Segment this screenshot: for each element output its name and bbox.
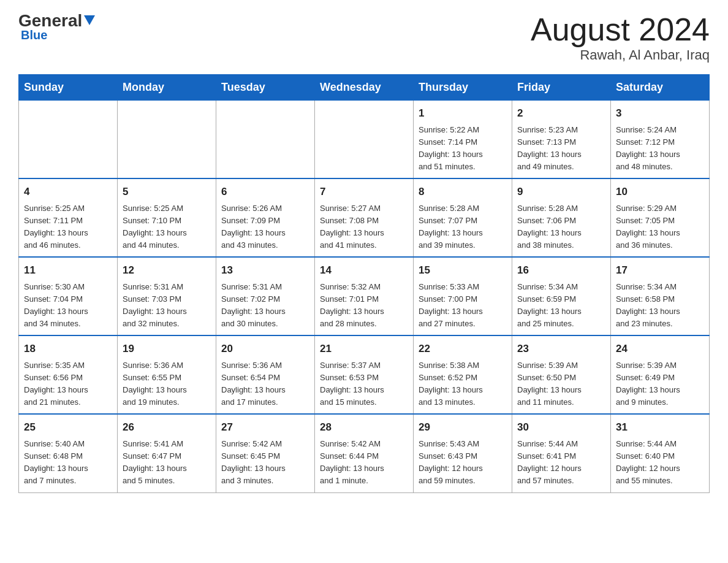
day-info: Sunrise: 5:25 AM Sunset: 7:10 PM Dayligh… — [123, 202, 211, 252]
day-number: 8 — [419, 184, 507, 200]
calendar-week-row-2: 4Sunrise: 5:25 AM Sunset: 7:11 PM Daylig… — [19, 178, 710, 257]
day-number: 6 — [221, 184, 309, 200]
svg-marker-0 — [84, 15, 95, 25]
calendar-cell: 18Sunrise: 5:35 AM Sunset: 6:56 PM Dayli… — [19, 335, 118, 414]
col-monday: Monday — [118, 75, 216, 101]
calendar-cell: 31Sunrise: 5:44 AM Sunset: 6:40 PM Dayli… — [611, 414, 710, 492]
day-info: Sunrise: 5:44 AM Sunset: 6:41 PM Dayligh… — [517, 438, 605, 488]
day-info: Sunrise: 5:38 AM Sunset: 6:52 PM Dayligh… — [419, 359, 507, 409]
col-tuesday: Tuesday — [216, 75, 315, 101]
day-info: Sunrise: 5:42 AM Sunset: 6:45 PM Dayligh… — [221, 438, 309, 488]
day-number: 31 — [616, 419, 704, 435]
day-info: Sunrise: 5:39 AM Sunset: 6:49 PM Dayligh… — [616, 359, 704, 409]
calendar-cell: 16Sunrise: 5:34 AM Sunset: 6:59 PM Dayli… — [512, 257, 611, 335]
calendar-cell: 7Sunrise: 5:27 AM Sunset: 7:08 PM Daylig… — [315, 178, 414, 257]
day-info: Sunrise: 5:39 AM Sunset: 6:50 PM Dayligh… — [517, 359, 605, 409]
calendar-cell: 21Sunrise: 5:37 AM Sunset: 6:53 PM Dayli… — [315, 335, 414, 414]
calendar-cell: 10Sunrise: 5:29 AM Sunset: 7:05 PM Dayli… — [611, 178, 710, 257]
calendar-cell: 29Sunrise: 5:43 AM Sunset: 6:43 PM Dayli… — [414, 414, 512, 492]
day-info: Sunrise: 5:22 AM Sunset: 7:14 PM Dayligh… — [419, 124, 507, 174]
calendar-cell: 12Sunrise: 5:31 AM Sunset: 7:03 PM Dayli… — [118, 257, 216, 335]
logo-triangle-icon — [83, 13, 96, 26]
calendar-cell: 19Sunrise: 5:36 AM Sunset: 6:55 PM Dayli… — [118, 335, 216, 414]
day-info: Sunrise: 5:28 AM Sunset: 7:06 PM Dayligh… — [517, 202, 605, 252]
day-info: Sunrise: 5:34 AM Sunset: 6:59 PM Dayligh… — [517, 281, 605, 331]
calendar-cell — [118, 101, 216, 179]
day-number: 11 — [24, 262, 112, 278]
calendar-cell: 5Sunrise: 5:25 AM Sunset: 7:10 PM Daylig… — [118, 178, 216, 257]
calendar-cell: 6Sunrise: 5:26 AM Sunset: 7:09 PM Daylig… — [216, 178, 315, 257]
header: General Blue August 2024 Rawah, Al Anbar… — [18, 12, 710, 63]
day-info: Sunrise: 5:37 AM Sunset: 6:53 PM Dayligh… — [320, 359, 408, 409]
day-number: 13 — [221, 262, 309, 278]
logo-blue: Blue — [21, 28, 47, 42]
calendar-cell: 9Sunrise: 5:28 AM Sunset: 7:06 PM Daylig… — [512, 178, 611, 257]
col-saturday: Saturday — [611, 75, 710, 101]
day-number: 3 — [616, 105, 704, 121]
calendar-cell: 23Sunrise: 5:39 AM Sunset: 6:50 PM Dayli… — [512, 335, 611, 414]
calendar-cell — [19, 101, 118, 179]
calendar-cell: 15Sunrise: 5:33 AM Sunset: 7:00 PM Dayli… — [414, 257, 512, 335]
location-subtitle: Rawah, Al Anbar, Iraq — [531, 47, 710, 63]
day-number: 16 — [517, 262, 605, 278]
day-info: Sunrise: 5:34 AM Sunset: 6:58 PM Dayligh… — [616, 281, 704, 331]
day-number: 19 — [123, 341, 211, 357]
calendar-cell: 28Sunrise: 5:42 AM Sunset: 6:44 PM Dayli… — [315, 414, 414, 492]
calendar-cell: 20Sunrise: 5:36 AM Sunset: 6:54 PM Dayli… — [216, 335, 315, 414]
logo-general: General — [18, 12, 82, 29]
day-number: 22 — [419, 341, 507, 357]
day-info: Sunrise: 5:24 AM Sunset: 7:12 PM Dayligh… — [616, 124, 704, 174]
day-info: Sunrise: 5:33 AM Sunset: 7:00 PM Dayligh… — [419, 281, 507, 331]
calendar-cell: 13Sunrise: 5:31 AM Sunset: 7:02 PM Dayli… — [216, 257, 315, 335]
calendar-cell — [216, 101, 315, 179]
calendar-cell — [315, 101, 414, 179]
day-number: 20 — [221, 341, 309, 357]
day-info: Sunrise: 5:26 AM Sunset: 7:09 PM Dayligh… — [221, 202, 309, 252]
day-number: 7 — [320, 184, 408, 200]
calendar-cell: 14Sunrise: 5:32 AM Sunset: 7:01 PM Dayli… — [315, 257, 414, 335]
day-number: 18 — [24, 341, 112, 357]
day-info: Sunrise: 5:43 AM Sunset: 6:43 PM Dayligh… — [419, 438, 507, 488]
day-info: Sunrise: 5:41 AM Sunset: 6:47 PM Dayligh… — [123, 438, 211, 488]
page: General Blue August 2024 Rawah, Al Anbar… — [0, 0, 728, 505]
day-info: Sunrise: 5:28 AM Sunset: 7:07 PM Dayligh… — [419, 202, 507, 252]
day-number: 1 — [419, 105, 507, 121]
day-info: Sunrise: 5:25 AM Sunset: 7:11 PM Dayligh… — [24, 202, 112, 252]
day-info: Sunrise: 5:29 AM Sunset: 7:05 PM Dayligh… — [616, 202, 704, 252]
day-number: 26 — [123, 419, 211, 435]
calendar-cell: 4Sunrise: 5:25 AM Sunset: 7:11 PM Daylig… — [19, 178, 118, 257]
day-info: Sunrise: 5:36 AM Sunset: 6:54 PM Dayligh… — [221, 359, 309, 409]
col-wednesday: Wednesday — [315, 75, 414, 101]
day-number: 30 — [517, 419, 605, 435]
calendar-week-row-1: 1Sunrise: 5:22 AM Sunset: 7:14 PM Daylig… — [19, 101, 710, 179]
day-info: Sunrise: 5:42 AM Sunset: 6:44 PM Dayligh… — [320, 438, 408, 488]
day-info: Sunrise: 5:27 AM Sunset: 7:08 PM Dayligh… — [320, 202, 408, 252]
day-info: Sunrise: 5:32 AM Sunset: 7:01 PM Dayligh… — [320, 281, 408, 331]
calendar-cell: 30Sunrise: 5:44 AM Sunset: 6:41 PM Dayli… — [512, 414, 611, 492]
day-info: Sunrise: 5:35 AM Sunset: 6:56 PM Dayligh… — [24, 359, 112, 409]
day-info: Sunrise: 5:31 AM Sunset: 7:02 PM Dayligh… — [221, 281, 309, 331]
calendar-cell: 17Sunrise: 5:34 AM Sunset: 6:58 PM Dayli… — [611, 257, 710, 335]
calendar-cell: 8Sunrise: 5:28 AM Sunset: 7:07 PM Daylig… — [414, 178, 512, 257]
calendar-cell: 26Sunrise: 5:41 AM Sunset: 6:47 PM Dayli… — [118, 414, 216, 492]
calendar-cell: 25Sunrise: 5:40 AM Sunset: 6:48 PM Dayli… — [19, 414, 118, 492]
day-number: 4 — [24, 184, 112, 200]
day-info: Sunrise: 5:23 AM Sunset: 7:13 PM Dayligh… — [517, 124, 605, 174]
col-friday: Friday — [512, 75, 611, 101]
day-number: 24 — [616, 341, 704, 357]
day-number: 9 — [517, 184, 605, 200]
logo: General Blue — [18, 12, 96, 42]
day-number: 2 — [517, 105, 605, 121]
day-info: Sunrise: 5:40 AM Sunset: 6:48 PM Dayligh… — [24, 438, 112, 488]
calendar-cell: 22Sunrise: 5:38 AM Sunset: 6:52 PM Dayli… — [414, 335, 512, 414]
calendar-week-row-5: 25Sunrise: 5:40 AM Sunset: 6:48 PM Dayli… — [19, 414, 710, 492]
col-thursday: Thursday — [414, 75, 512, 101]
day-number: 28 — [320, 419, 408, 435]
day-info: Sunrise: 5:44 AM Sunset: 6:40 PM Dayligh… — [616, 438, 704, 488]
calendar-week-row-3: 11Sunrise: 5:30 AM Sunset: 7:04 PM Dayli… — [19, 257, 710, 335]
day-number: 17 — [616, 262, 704, 278]
calendar-cell: 27Sunrise: 5:42 AM Sunset: 6:45 PM Dayli… — [216, 414, 315, 492]
calendar-cell: 2Sunrise: 5:23 AM Sunset: 7:13 PM Daylig… — [512, 101, 611, 179]
title-section: August 2024 Rawah, Al Anbar, Iraq — [531, 12, 710, 63]
calendar-cell: 3Sunrise: 5:24 AM Sunset: 7:12 PM Daylig… — [611, 101, 710, 179]
